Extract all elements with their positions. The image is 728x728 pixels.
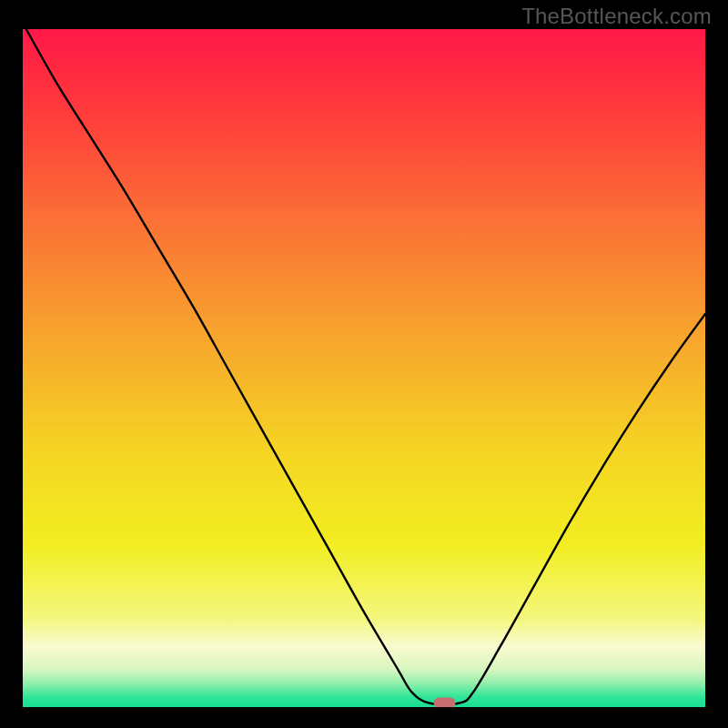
chart-frame: TheBottleneck.com — [0, 0, 728, 728]
chart-background — [23, 29, 705, 707]
bottleneck-chart — [23, 29, 705, 707]
plot-area — [23, 29, 705, 707]
watermark-label: TheBottleneck.com — [521, 4, 712, 29]
optimal-point — [434, 698, 456, 707]
